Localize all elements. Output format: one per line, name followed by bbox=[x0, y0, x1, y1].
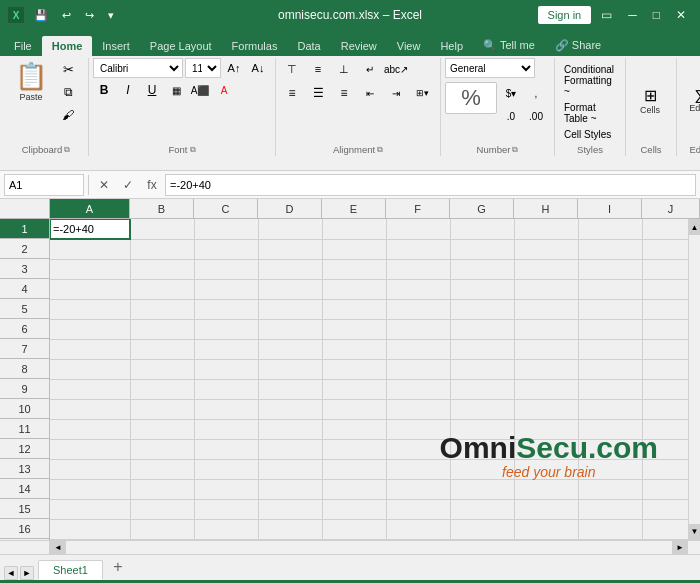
cell-styles-button[interactable]: Cell Styles bbox=[559, 127, 619, 142]
col-header-b[interactable]: B bbox=[130, 199, 194, 218]
cell-h1[interactable] bbox=[514, 219, 578, 239]
font-size-select[interactable]: 11 bbox=[185, 58, 221, 78]
redo-button[interactable]: ↪ bbox=[81, 7, 98, 24]
comma-button[interactable]: , bbox=[524, 82, 548, 104]
cell-e1[interactable] bbox=[322, 219, 386, 239]
col-header-h[interactable]: H bbox=[514, 199, 578, 218]
cell-a3[interactable] bbox=[50, 259, 130, 279]
tab-formulas[interactable]: Formulas bbox=[222, 36, 288, 56]
cell-a14[interactable] bbox=[50, 479, 130, 499]
number-format-select[interactable]: General bbox=[445, 58, 535, 78]
horizontal-scrollbar[interactable]: ◄ ► bbox=[50, 541, 688, 554]
border-button[interactable]: ▦ bbox=[165, 80, 187, 100]
cell-g1[interactable] bbox=[450, 219, 514, 239]
align-right-button[interactable]: ≡ bbox=[332, 82, 356, 104]
bold-button[interactable]: B bbox=[93, 80, 115, 100]
align-bottom-button[interactable]: ⊥ bbox=[332, 58, 356, 80]
row-header-10[interactable]: 10 bbox=[0, 399, 49, 419]
row-header-11[interactable]: 11 bbox=[0, 419, 49, 439]
percent-button[interactable]: % bbox=[445, 82, 497, 114]
italic-button[interactable]: I bbox=[117, 80, 139, 100]
tab-data[interactable]: Data bbox=[287, 36, 330, 56]
row-header-16[interactable]: 16 bbox=[0, 519, 49, 539]
row-header-6[interactable]: 6 bbox=[0, 319, 49, 339]
scroll-left-button[interactable]: ◄ bbox=[50, 541, 66, 554]
increase-font-button[interactable]: A↑ bbox=[223, 58, 245, 78]
cell-a8[interactable] bbox=[50, 359, 130, 379]
cell-c1[interactable] bbox=[194, 219, 258, 239]
col-header-f[interactable]: F bbox=[386, 199, 450, 218]
paste-button[interactable]: 📋 Paste bbox=[8, 58, 54, 105]
cell-a7[interactable] bbox=[50, 339, 130, 359]
tab-insert[interactable]: Insert bbox=[92, 36, 140, 56]
row-header-5[interactable]: 5 bbox=[0, 299, 49, 319]
tab-view[interactable]: View bbox=[387, 36, 431, 56]
confirm-formula-button[interactable]: ✓ bbox=[117, 174, 139, 196]
format-as-table-button[interactable]: Format Table ~ bbox=[559, 100, 619, 126]
copy-button[interactable]: ⧉ bbox=[56, 81, 80, 103]
fill-color-button[interactable]: A⬛ bbox=[189, 80, 211, 100]
number-expander[interactable]: ⧉ bbox=[512, 145, 518, 155]
font-name-select[interactable]: Calibri bbox=[93, 58, 183, 78]
align-middle-button[interactable]: ≡ bbox=[306, 58, 330, 80]
cell-d1[interactable] bbox=[258, 219, 322, 239]
accounting-button[interactable]: $▾ bbox=[499, 82, 523, 104]
cell-j1[interactable] bbox=[642, 219, 688, 239]
scroll-down-button[interactable]: ▼ bbox=[689, 524, 700, 540]
scroll-right-button[interactable]: ► bbox=[672, 541, 688, 554]
cell-i1[interactable] bbox=[578, 219, 642, 239]
clipboard-expander[interactable]: ⧉ bbox=[64, 145, 70, 155]
merge-cells-button[interactable]: ⊞▾ bbox=[410, 82, 434, 104]
font-color-button[interactable]: A bbox=[213, 80, 235, 100]
row-header-9[interactable]: 9 bbox=[0, 379, 49, 399]
row-header-12[interactable]: 12 bbox=[0, 439, 49, 459]
tab-file[interactable]: File bbox=[4, 36, 42, 56]
align-center-button[interactable]: ☰ bbox=[306, 82, 330, 104]
cell-a16[interactable] bbox=[50, 519, 130, 539]
conditional-formatting-button[interactable]: Conditional Formatting ~ bbox=[559, 62, 619, 99]
tab-review[interactable]: Review bbox=[331, 36, 387, 56]
cell-f1[interactable] bbox=[386, 219, 450, 239]
sign-in-button[interactable]: Sign in bbox=[538, 6, 592, 24]
cell-b1[interactable] bbox=[130, 219, 194, 239]
cell-a11[interactable] bbox=[50, 419, 130, 439]
row-header-3[interactable]: 3 bbox=[0, 259, 49, 279]
cells-insert-button[interactable]: ⊞ Cells bbox=[630, 81, 670, 120]
cell-a12[interactable] bbox=[50, 439, 130, 459]
align-left-button[interactable]: ≡ bbox=[280, 82, 304, 104]
row-header-13[interactable]: 13 bbox=[0, 459, 49, 479]
cell-a9[interactable] bbox=[50, 379, 130, 399]
cell-a4[interactable] bbox=[50, 279, 130, 299]
save-button[interactable]: 💾 bbox=[30, 7, 52, 24]
tab-page-layout[interactable]: Page Layout bbox=[140, 36, 222, 56]
cell-a10[interactable] bbox=[50, 399, 130, 419]
tab-help[interactable]: Help bbox=[430, 36, 473, 56]
col-header-i[interactable]: I bbox=[578, 199, 642, 218]
cell-a15[interactable] bbox=[50, 499, 130, 519]
undo-button[interactable]: ↩ bbox=[58, 7, 75, 24]
orientation-button[interactable]: abc↗ bbox=[384, 58, 408, 80]
ribbon-toggle-button[interactable]: ▭ bbox=[595, 6, 618, 24]
cancel-formula-button[interactable]: ✕ bbox=[93, 174, 115, 196]
quick-access-more[interactable]: ▾ bbox=[104, 7, 118, 24]
editing-button[interactable]: ∑▾ Editing bbox=[681, 82, 700, 118]
row-header-15[interactable]: 15 bbox=[0, 499, 49, 519]
scroll-up-button[interactable]: ▲ bbox=[689, 219, 700, 235]
row-header-8[interactable]: 8 bbox=[0, 359, 49, 379]
cell-a5[interactable] bbox=[50, 299, 130, 319]
underline-button[interactable]: U bbox=[141, 80, 163, 100]
increase-decimal-button[interactable]: .00 bbox=[524, 105, 548, 127]
insert-function-button[interactable]: fx bbox=[141, 174, 163, 196]
decrease-decimal-button[interactable]: .0 bbox=[499, 105, 523, 127]
wrap-text-button[interactable]: ↵ bbox=[358, 58, 382, 80]
alignment-expander[interactable]: ⧉ bbox=[377, 145, 383, 155]
tab-tell-me[interactable]: 🔍 Tell me bbox=[473, 35, 545, 56]
row-header-2[interactable]: 2 bbox=[0, 239, 49, 259]
cell-a13[interactable] bbox=[50, 459, 130, 479]
format-painter-button[interactable]: 🖌 bbox=[56, 104, 80, 126]
formula-input[interactable] bbox=[165, 174, 696, 196]
decrease-font-button[interactable]: A↓ bbox=[247, 58, 269, 78]
sheet-scroll-right[interactable]: ► bbox=[20, 566, 34, 580]
col-header-e[interactable]: E bbox=[322, 199, 386, 218]
decrease-indent-button[interactable]: ⇤ bbox=[358, 82, 382, 104]
